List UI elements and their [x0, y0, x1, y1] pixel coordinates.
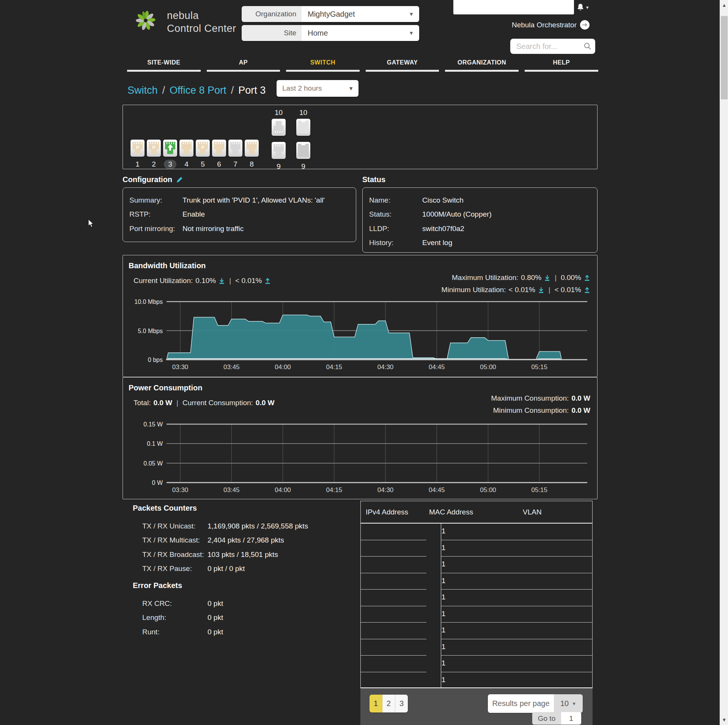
vlan-cell: 1	[434, 610, 453, 618]
port-icon[interactable]	[163, 140, 177, 157]
port-icon[interactable]	[272, 119, 286, 136]
download-icon[interactable]	[538, 287, 544, 293]
port-3[interactable]: 3	[163, 140, 177, 169]
page-size-dropdown[interactable]: 10 ▼	[554, 694, 583, 713]
rj45-jack-icon	[181, 142, 192, 154]
upload-icon[interactable]	[584, 287, 590, 293]
organization-selector[interactable]: Organization MightyGadget ▼	[242, 6, 419, 22]
port-8[interactable]: 8	[245, 140, 259, 169]
port-number: 2	[147, 160, 161, 169]
svg-text:10.0 Mbps: 10.0 Mbps	[134, 299, 163, 305]
port-icon[interactable]	[212, 140, 226, 157]
results-per-page-button[interactable]: Results per page	[488, 694, 554, 713]
client-row[interactable]: 1	[361, 623, 592, 639]
upload-icon[interactable]	[584, 275, 590, 281]
port-icon[interactable]	[296, 142, 310, 159]
tab-switch[interactable]: SWITCH	[283, 57, 363, 72]
status-box: Name: Cisco Switch Status: 1000M/Auto (C…	[362, 187, 597, 253]
port-6[interactable]: 6	[212, 140, 226, 169]
tab-underline	[366, 70, 439, 72]
page: ▾ nebula Control Center Organization	[0, 0, 728, 725]
page-button-1[interactable]: 1	[370, 695, 382, 712]
client-row[interactable]: 1	[361, 540, 592, 557]
scroll-down-icon[interactable]: ▼	[720, 717, 728, 723]
client-row[interactable]: 1	[361, 639, 592, 656]
breadcrumb-item[interactable]: Office 8 Port	[170, 85, 226, 96]
client-row[interactable]: 1	[361, 590, 592, 606]
mac-cell	[441, 540, 592, 557]
tab-organization[interactable]: ORGANIZATION	[442, 57, 522, 72]
svg-text:05:00: 05:00	[480, 486, 496, 494]
tab-help[interactable]: HELP	[522, 57, 601, 72]
power-max-stats: Maximum Consumption: 0.0 W	[491, 394, 590, 403]
download-icon[interactable]	[544, 275, 550, 281]
port-2[interactable]: P2	[147, 140, 161, 169]
nebula-orchestrator-link[interactable]: Nebula Orchestrator	[486, 21, 577, 29]
svg-text:04:45: 04:45	[429, 486, 445, 494]
port-icon[interactable]	[228, 140, 242, 157]
ipv4-cell	[361, 524, 426, 540]
organization-label: Organization	[242, 6, 302, 22]
port-icon[interactable]	[272, 142, 286, 159]
time-range-dropdown[interactable]: Last 2 hours ▼	[277, 80, 358, 97]
vertical-scrollbar[interactable]: ▲ ▼	[720, 0, 728, 725]
page-button-2[interactable]: 2	[382, 695, 395, 712]
search-icon[interactable]	[584, 42, 591, 50]
ipv4-cell	[361, 557, 426, 573]
port-5[interactable]: P5	[196, 140, 210, 169]
page-button-3[interactable]: 3	[395, 695, 408, 712]
event-log-link[interactable]: Event log	[422, 239, 452, 247]
poe-letter: P	[131, 145, 145, 150]
pagination: 123	[370, 695, 408, 712]
search-input[interactable]	[516, 42, 584, 51]
scrollbar-thumb[interactable]	[721, 16, 728, 99]
svg-text:03:45: 03:45	[223, 486, 240, 494]
site-value[interactable]: Home ▼	[302, 25, 419, 41]
port-icon[interactable]	[245, 140, 259, 157]
breadcrumb-separator: /	[231, 85, 234, 96]
top-notification-panel[interactable]	[453, 0, 574, 14]
ipv4-cell	[361, 656, 426, 672]
port-number: 9	[296, 162, 310, 171]
svg-text:05:15: 05:15	[531, 363, 547, 371]
tab-gateway[interactable]: GATEWAY	[363, 57, 442, 72]
client-row[interactable]: 1	[361, 573, 592, 590]
scroll-up-icon[interactable]: ▲	[720, 2, 728, 8]
search-box[interactable]	[510, 39, 595, 54]
notifications-bell-button[interactable]: ▾	[576, 2, 593, 13]
port-icon[interactable]	[179, 140, 193, 157]
client-row[interactable]: 1	[361, 606, 592, 623]
edit-pencil-icon[interactable]	[176, 176, 183, 183]
organization-value[interactable]: MightyGadget ▼	[302, 6, 419, 22]
ipv4-cell	[361, 672, 426, 689]
client-row[interactable]: 1	[361, 557, 592, 573]
bandwidth-min-stats: Minimum Utilization: < 0.01% | < 0.01%	[442, 286, 590, 294]
port-7[interactable]: 7	[228, 140, 242, 169]
port-icon[interactable]: P	[131, 140, 145, 157]
port-4[interactable]: 4	[179, 140, 193, 169]
upload-icon[interactable]	[264, 278, 271, 284]
orchestrator-arrow-icon[interactable]	[580, 20, 590, 30]
bandwidth-current-stats: Current Utilization: 0.10% | < 0.01%	[134, 277, 271, 285]
port-icon[interactable]	[296, 119, 310, 136]
goto-page-input[interactable]	[561, 712, 581, 725]
port-number: 1	[131, 160, 145, 169]
download-icon[interactable]	[219, 278, 225, 284]
client-row[interactable]: 1	[361, 524, 592, 540]
tab-ap[interactable]: AP	[204, 57, 283, 72]
configuration-title: Configuration	[123, 175, 183, 184]
config-row: Port mirroring: Not mirroring traffic	[123, 222, 356, 236]
goto-button[interactable]: Go to	[532, 712, 561, 725]
svg-text:05:15: 05:15	[531, 486, 547, 494]
port-1[interactable]: P1	[131, 140, 145, 169]
breadcrumb-item[interactable]: Switch	[127, 85, 158, 96]
error-packets-title: Error Packets	[133, 581, 182, 590]
client-row[interactable]: 1	[361, 656, 592, 672]
site-selector[interactable]: Site Home ▼	[242, 25, 419, 41]
port-icon[interactable]: P	[147, 140, 161, 157]
port-number: 6	[212, 160, 226, 169]
port-icon[interactable]: P	[196, 140, 210, 157]
client-row[interactable]: 1	[361, 672, 592, 689]
tab-site-wide[interactable]: SITE-WIDE	[124, 57, 204, 72]
rj45-jack-icon	[298, 144, 309, 157]
